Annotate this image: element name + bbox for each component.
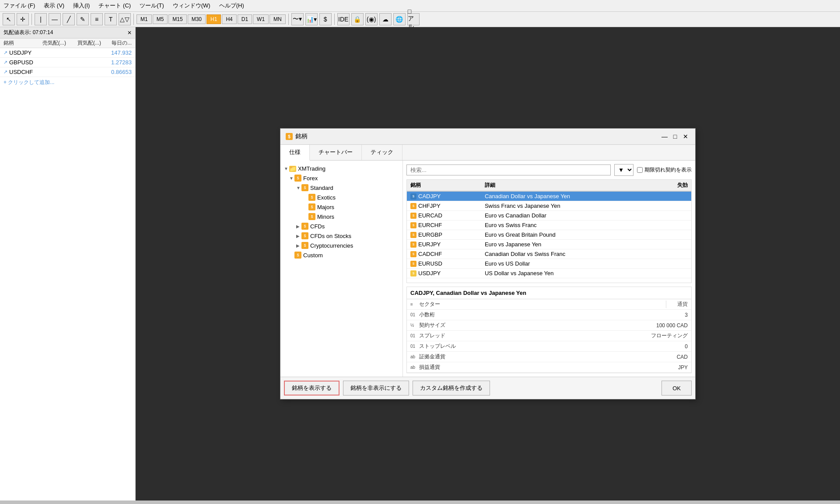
expire-check[interactable]: 期限切れ契約を表示 bbox=[637, 166, 692, 174]
symbol-cell: $ EURJPY bbox=[407, 240, 481, 249]
tree-cfds[interactable]: ▶ $ CFDs bbox=[280, 221, 402, 231]
menu-help[interactable]: ヘルプ(H) bbox=[219, 2, 244, 10]
table-row[interactable]: $ USDJPY US Dollar vs Japanese Yen bbox=[407, 269, 691, 278]
custom-symbol-btn[interactable]: カスタム銘柄を作成する bbox=[413, 381, 490, 396]
detail-row-icon: 01 bbox=[410, 333, 419, 338]
tf-d1[interactable]: D1 bbox=[238, 14, 252, 24]
table-row[interactable]: $ EURCHF Euro vs Swiss Franc bbox=[407, 220, 691, 230]
watch-close-btn[interactable]: ✕ bbox=[127, 30, 132, 36]
line-chart-btn[interactable]: 〜▾ bbox=[291, 13, 304, 25]
tf-h1[interactable]: H1 bbox=[206, 14, 221, 24]
detail-row-value: 0 bbox=[685, 343, 688, 350]
web-btn[interactable]: 🌐 bbox=[393, 13, 406, 25]
watch-row-usdchf[interactable]: ↗ USDCHF 0.86653 bbox=[0, 67, 135, 77]
tree-minors[interactable]: $ Minors bbox=[280, 212, 402, 221]
add-symbol-row[interactable]: + クリックして追加... bbox=[0, 77, 135, 88]
watch-row-gbpusd[interactable]: ↗ GBPUSD 1.27283 bbox=[0, 58, 135, 67]
bar-chart-btn[interactable]: 📊▾ bbox=[305, 13, 318, 25]
tf-m30[interactable]: M30 bbox=[188, 14, 206, 24]
channel-tool[interactable]: ≡ bbox=[91, 13, 103, 25]
tree-label: Cryptocurrencies bbox=[310, 242, 353, 249]
detail-row-icon: ab bbox=[410, 354, 419, 359]
signal-btn[interactable]: (◉) bbox=[365, 13, 378, 25]
menu-insert[interactable]: 挿入(I) bbox=[73, 2, 90, 10]
s-icon: $ bbox=[294, 175, 301, 182]
tab-spec[interactable]: 仕様 bbox=[280, 145, 310, 161]
menu-chart[interactable]: チャート (C) bbox=[98, 2, 131, 10]
symbol-cell: $ USDJPY bbox=[407, 269, 481, 278]
lock-btn[interactable]: 🔒 bbox=[351, 13, 364, 25]
table-row[interactable]: $ EURJPY Euro vs Japanese Yen bbox=[407, 240, 691, 249]
dialog-minimize-btn[interactable]: — bbox=[660, 132, 669, 141]
shape-tool[interactable]: △▽ bbox=[119, 13, 131, 25]
tree-exotics[interactable]: $ Exotics bbox=[280, 192, 402, 202]
symbol-cell: $ CADCHF bbox=[407, 249, 481, 259]
table-row[interactable]: $ CADCHF Canadian Dollar vs Swiss Franc bbox=[407, 249, 691, 259]
hline-tool[interactable]: — bbox=[49, 13, 61, 25]
hide-symbol-btn[interactable]: 銘柄を非表示にする bbox=[343, 381, 409, 396]
ide-btn[interactable]: IDE bbox=[337, 13, 350, 25]
menu-file[interactable]: ファイル (F) bbox=[4, 2, 35, 10]
toolbar-sep-1 bbox=[32, 14, 32, 25]
col-header-symbol: 銘柄 bbox=[407, 180, 481, 191]
search-dropdown[interactable]: ▼ bbox=[614, 164, 634, 176]
detail-row-label: スプレッド bbox=[419, 332, 651, 340]
tab-tick[interactable]: ティック bbox=[362, 145, 402, 160]
vline-tool[interactable]: | bbox=[35, 13, 47, 25]
menu-window[interactable]: ウィンドウ(W) bbox=[173, 2, 210, 10]
tf-m15[interactable]: M15 bbox=[168, 14, 186, 24]
detail-cell: Euro vs Great Britain Pound bbox=[481, 230, 658, 240]
symbol-name: EURUSD bbox=[418, 260, 442, 267]
dialog-footer: 銘柄を表示する 銘柄を非表示にする カスタム銘柄を作成する OK bbox=[280, 377, 695, 399]
tab-chartbar[interactable]: チャートバー bbox=[310, 145, 362, 160]
dialog-title: $ 銘柄 bbox=[286, 133, 308, 140]
menu-view[interactable]: 表示 (V) bbox=[44, 2, 64, 10]
cloud-btn[interactable]: ☁ bbox=[379, 13, 392, 25]
ok-btn[interactable]: OK bbox=[662, 381, 692, 396]
symbol-name: CADCHF bbox=[418, 251, 442, 257]
table-row[interactable]: $ CHFJPY Swiss Franc vs Japanese Yen bbox=[407, 201, 691, 211]
draw-tool[interactable]: ✎ bbox=[77, 13, 89, 25]
search-input[interactable] bbox=[406, 164, 611, 175]
tf-mn[interactable]: MN bbox=[270, 14, 286, 24]
dialog-body: ▼ 📁 XMTrading ▼ $ Forex ▼ $ Standar bbox=[280, 161, 695, 377]
table-row[interactable]: $ EURGBP Euro vs Great Britain Pound bbox=[407, 230, 691, 240]
expand-icon: ▶ bbox=[296, 243, 301, 248]
symbol-icon: $ bbox=[410, 193, 416, 200]
symbol-name: USDJPY bbox=[9, 49, 97, 56]
detail-row-value: フローティング bbox=[651, 332, 688, 340]
col-ask: 買気配(...) bbox=[66, 39, 101, 47]
expand-icon: ▼ bbox=[284, 166, 289, 171]
cursor-tool[interactable]: ↖ bbox=[3, 13, 15, 25]
tree-cfds-stocks[interactable]: ▶ $ CFDs on Stocks bbox=[280, 231, 402, 241]
show-symbol-btn[interactable]: 銘柄を表示する bbox=[284, 381, 340, 396]
table-row[interactable]: $ CADJPY Canadian Dollar vs Japanese Yen bbox=[407, 191, 691, 201]
text-tool[interactable]: T bbox=[105, 13, 117, 25]
tree-standard[interactable]: ▼ $ Standard bbox=[280, 183, 402, 192]
tree-crypto[interactable]: ▶ $ Cryptocurrencies bbox=[280, 241, 402, 250]
symbol-icon: $ bbox=[410, 213, 416, 219]
watch-row-usdjpy[interactable]: ↗ USDJPY 147.932 bbox=[0, 48, 135, 58]
tf-w1[interactable]: W1 bbox=[253, 14, 269, 24]
tf-m1[interactable]: M1 bbox=[136, 14, 152, 24]
trendline-tool[interactable]: ╱ bbox=[63, 13, 75, 25]
dollar-btn[interactable]: $ bbox=[319, 13, 332, 25]
bid-price: 0.86653 bbox=[97, 69, 132, 75]
symbol-icon: $ bbox=[410, 251, 416, 257]
detail-row-label: 損益通貨 bbox=[419, 364, 678, 371]
table-row[interactable]: $ EURCAD Euro vs Canadian Dollar bbox=[407, 211, 691, 220]
tree-forex[interactable]: ▼ $ Forex bbox=[280, 173, 402, 183]
expire-checkbox[interactable] bbox=[637, 167, 643, 173]
tree-majors[interactable]: $ Majors bbox=[280, 202, 402, 212]
dialog-maximize-btn[interactable]: □ bbox=[671, 132, 679, 141]
crosshair-tool[interactable]: ✛ bbox=[17, 13, 29, 25]
tree-xmtrading[interactable]: ▼ 📁 XMTrading bbox=[280, 164, 402, 173]
algo-btn[interactable]: □ アル bbox=[407, 13, 420, 25]
dialog-close-btn[interactable]: ✕ bbox=[681, 132, 690, 141]
symbol-name: USDCHF bbox=[9, 69, 97, 75]
menu-tools[interactable]: ツール(T) bbox=[140, 2, 164, 10]
tf-m5[interactable]: M5 bbox=[153, 14, 168, 24]
tf-h4[interactable]: H4 bbox=[222, 14, 236, 24]
tree-custom[interactable]: $ Custom bbox=[280, 250, 402, 260]
table-row[interactable]: $ EURUSD Euro vs US Dollar bbox=[407, 259, 691, 269]
